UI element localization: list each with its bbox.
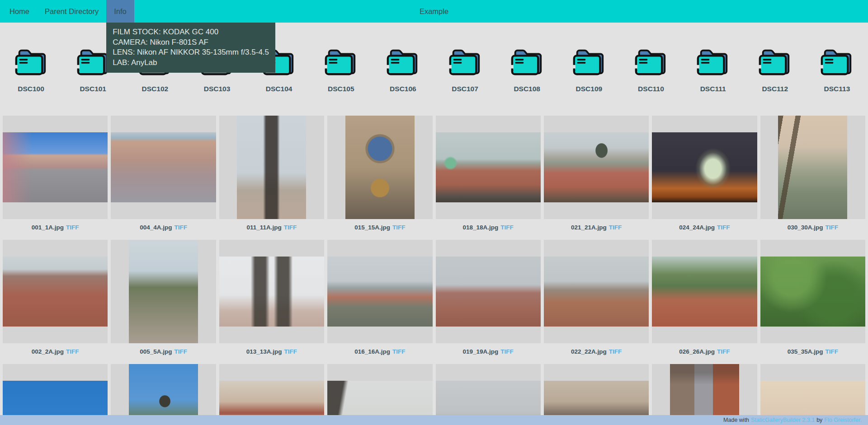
photo-thumbnail[interactable]: [544, 257, 649, 327]
folder-item-dsc113[interactable]: DSC113: [806, 44, 868, 93]
folder-icon: [12, 44, 51, 79]
gallery-cell: 035_35A.jpgTIFF: [760, 240, 865, 362]
gallery-cell: 030_30A.jpgTIFF: [760, 116, 865, 238]
photo-caption: 021_21A.jpgTIFF: [544, 224, 649, 231]
photo-caption: 024_24A.jpgTIFF: [652, 224, 757, 231]
photo-thumbnail[interactable]: [652, 132, 757, 202]
photo-thumbnail[interactable]: [436, 257, 541, 327]
gallery-cell: 011_11A.jpgTIFF: [219, 116, 324, 238]
photo-tile[interactable]: [652, 116, 757, 219]
photo-tile[interactable]: [760, 240, 865, 343]
folder-label: DSC102: [142, 85, 169, 93]
photo-tile[interactable]: [111, 240, 216, 343]
photo-caption: 011_11A.jpgTIFF: [219, 224, 324, 231]
photo-filename: 002_2A.jpg: [32, 348, 64, 355]
photo-filename: 005_5A.jpg: [140, 348, 172, 355]
footer-made-with-text: Made with: [723, 417, 749, 423]
tiff-link[interactable]: TIFF: [284, 224, 297, 231]
photo-filename: 030_30A.jpg: [788, 224, 823, 231]
photo-tile[interactable]: [327, 116, 432, 219]
builder-link[interactable]: StaticGalleryBuilder 2.3.1: [751, 417, 815, 423]
photo-filename: 016_16A.jpg: [354, 348, 390, 355]
photo-caption: 019_19A.jpgTIFF: [436, 348, 541, 355]
photo-tile[interactable]: [436, 116, 541, 219]
photo-thumbnail[interactable]: [129, 240, 198, 343]
photo-caption: 002_2A.jpgTIFF: [3, 348, 108, 355]
photo-tile[interactable]: [436, 240, 541, 343]
photo-tile[interactable]: [219, 240, 324, 343]
photo-thumbnail[interactable]: [111, 132, 216, 202]
photo-tile[interactable]: [219, 116, 324, 219]
folder-item-dsc106[interactable]: DSC106: [372, 44, 434, 93]
tiff-link[interactable]: TIFF: [500, 348, 514, 355]
photo-tile[interactable]: [544, 116, 649, 219]
nav-item-label: Parent Directory: [45, 7, 99, 16]
folder-item-dsc100[interactable]: DSC100: [0, 44, 62, 93]
folder-item-dsc111[interactable]: DSC111: [682, 44, 744, 93]
folder-label: DSC101: [80, 85, 106, 93]
tiff-link[interactable]: TIFF: [392, 224, 406, 231]
tiff-link[interactable]: TIFF: [392, 348, 406, 355]
gallery-cell: 019_19A.jpgTIFF: [436, 240, 541, 362]
photo-thumbnail[interactable]: [345, 116, 415, 219]
folder-label: DSC111: [700, 85, 726, 93]
tiff-link[interactable]: TIFF: [825, 348, 838, 355]
tooltip-line-camera: CAMERA: Nikon F-801S AF: [113, 37, 269, 48]
folder-label: DSC108: [514, 85, 540, 93]
photo-thumbnail[interactable]: [3, 257, 108, 327]
info-tooltip: FILM STOCK: KODAK GC 400 CAMERA: Nikon F…: [106, 23, 275, 73]
photo-thumbnail[interactable]: [3, 132, 108, 202]
nav-item-info[interactable]: Info FILM STOCK: KODAK GC 400 CAMERA: Ni…: [106, 0, 134, 23]
tiff-link[interactable]: TIFF: [174, 348, 187, 355]
tiff-link[interactable]: TIFF: [717, 348, 730, 355]
folder-icon: [817, 44, 856, 79]
photo-thumbnail[interactable]: [544, 132, 649, 202]
gallery-cell: 016_16A.jpgTIFF: [327, 240, 432, 362]
tiff-link[interactable]: TIFF: [174, 224, 187, 231]
photo-thumbnail[interactable]: [760, 257, 865, 327]
gallery-cell: 022_22A.jpgTIFF: [544, 240, 649, 362]
gallery-cell: 013_13A.jpgTIFF: [219, 240, 324, 362]
photo-thumbnail[interactable]: [652, 257, 757, 327]
photo-filename: 004_4A.jpg: [140, 224, 172, 231]
photo-tile[interactable]: [652, 240, 757, 343]
folder-icon: [446, 44, 485, 79]
folder-item-dsc107[interactable]: DSC107: [434, 44, 496, 93]
tiff-link[interactable]: TIFF: [609, 348, 622, 355]
gallery-cell: 026_26A.jpgTIFF: [652, 240, 757, 362]
photo-thumbnail[interactable]: [219, 257, 324, 327]
folder-item-dsc105[interactable]: DSC105: [310, 44, 372, 93]
photo-caption: 004_4A.jpgTIFF: [111, 224, 216, 231]
folder-icon: [632, 44, 670, 79]
photo-thumbnail[interactable]: [436, 132, 541, 202]
nav-item-parent-directory[interactable]: Parent Directory: [37, 0, 106, 23]
tiff-link[interactable]: TIFF: [500, 224, 514, 231]
tiff-link[interactable]: TIFF: [825, 224, 838, 231]
tiff-link[interactable]: TIFF: [717, 224, 730, 231]
folder-item-dsc108[interactable]: DSC108: [496, 44, 558, 93]
photo-thumbnail[interactable]: [327, 257, 432, 327]
photo-filename: 022_22A.jpg: [571, 348, 607, 355]
folder-label: DSC100: [18, 85, 44, 93]
folder-label: DSC113: [824, 85, 850, 93]
photo-filename: 001_1A.jpg: [32, 224, 64, 231]
folder-label: DSC103: [204, 85, 231, 93]
tiff-link[interactable]: TIFF: [609, 224, 622, 231]
tiff-link[interactable]: TIFF: [284, 348, 297, 355]
photo-tile[interactable]: [327, 240, 432, 343]
photo-tile[interactable]: [760, 116, 865, 219]
photo-tile[interactable]: [544, 240, 649, 343]
folder-item-dsc112[interactable]: DSC112: [744, 44, 806, 93]
tiff-link[interactable]: TIFF: [66, 224, 79, 231]
tiff-link[interactable]: TIFF: [66, 348, 79, 355]
photo-thumbnail[interactable]: [778, 116, 847, 219]
photo-tile[interactable]: [3, 116, 108, 219]
author-link[interactable]: Flo Greistorfer.: [824, 417, 862, 423]
photo-thumbnail[interactable]: [237, 116, 306, 219]
nav-item-home[interactable]: Home: [2, 0, 37, 23]
folder-item-dsc110[interactable]: DSC110: [620, 44, 682, 93]
folder-icon: [321, 44, 360, 79]
photo-tile[interactable]: [3, 240, 108, 343]
photo-tile[interactable]: [111, 116, 216, 219]
folder-item-dsc109[interactable]: DSC109: [558, 44, 620, 93]
